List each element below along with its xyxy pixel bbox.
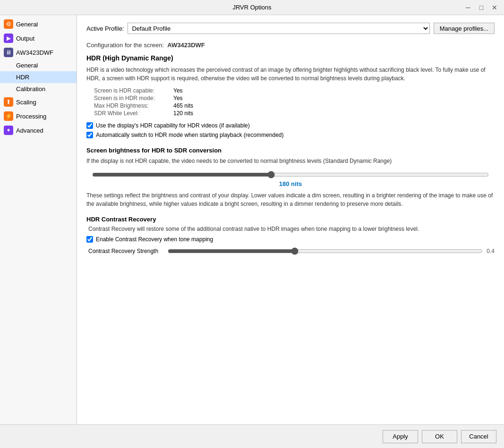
brightness-section: Screen brightness for HDR to SDR convers… (86, 147, 495, 208)
profile-label: Active Profile: (86, 25, 124, 32)
brightness-value-display: 180 nits (86, 180, 495, 187)
profile-select[interactable]: Default Profile (128, 23, 429, 34)
brightness-slider[interactable] (92, 171, 489, 178)
monitor-icon: 🖥 (4, 48, 13, 57)
brightness-unit: nits (291, 180, 302, 187)
info-row-2: Max HDR Brightness: 465 nits (94, 102, 495, 109)
contrast-recovery-title: HDR Contrast Recovery (86, 216, 495, 223)
contrast-recovery-section: HDR Contrast Recovery Contrast Recovery … (86, 216, 495, 255)
hdr-desc: HDR is a video technology which increase… (86, 66, 495, 83)
strength-label: Contrast Recovery Strength (88, 248, 164, 254)
sidebar-item-monitor[interactable]: 🖥 AW3423DWF (0, 45, 77, 59)
manage-profiles-button[interactable]: Manage profiles... (434, 23, 495, 34)
sidebar-label-output: Output (16, 35, 34, 42)
output-icon: ▶ (4, 34, 13, 43)
sidebar-sub-label-calibration: Calibration (16, 85, 45, 93)
strength-value: 0.4 (487, 248, 495, 254)
window-title: JRVR Options (42, 4, 462, 11)
info-row-0: Screen is HDR capable: Yes (94, 87, 495, 94)
hdr-capability-label: Use the display's HDR capability for HDR… (96, 122, 250, 129)
hdr-title: HDR (High Dynamic Range) (86, 54, 495, 62)
info-key-0: Screen is HDR capable: (94, 87, 170, 94)
content-area: Active Profile: Default Profile Manage p… (77, 15, 504, 424)
sidebar-label-general: General (16, 21, 38, 28)
bottom-bar: Apply OK Cancel (0, 424, 504, 448)
sidebar-sub-label-general: General (16, 62, 38, 69)
screen-info-table: Screen is HDR capable: Yes Screen is in … (94, 87, 495, 117)
minimize-button[interactable]: ─ (462, 2, 474, 13)
checkbox-row-1: Use the display's HDR capability for HDR… (86, 122, 495, 129)
info-row-3: SDR White Level: 120 nits (94, 110, 495, 117)
contrast-recovery-desc: Contrast Recovery will restore some of t… (88, 226, 495, 232)
enable-contrast-recovery-checkbox[interactable] (86, 236, 93, 243)
sidebar-sub-calibration[interactable]: Calibration (0, 83, 77, 95)
brightness-value: 180 (279, 180, 290, 187)
close-button[interactable]: ✕ (489, 2, 500, 13)
apply-button[interactable]: Apply (383, 430, 418, 443)
auto-switch-hdr-label: Automatically switch to HDR mode when st… (96, 132, 284, 138)
hdr-capability-checkbox[interactable] (86, 122, 93, 129)
checkbox-row-2: Automatically switch to HDR mode when st… (86, 132, 495, 138)
info-key-1: Screen is in HDR mode: (94, 95, 170, 101)
sidebar-label-processing: Processing (16, 113, 46, 120)
info-key-2: Max HDR Brightness: (94, 102, 170, 109)
config-screen-prefix: Configuration for the screen: (86, 42, 164, 49)
general-icon: ⚙ (4, 19, 13, 29)
config-screen: Configuration for the screen: AW3423DWF (86, 42, 495, 49)
auto-switch-hdr-checkbox[interactable] (86, 132, 93, 138)
sidebar-item-output[interactable]: ▶ Output (0, 31, 77, 45)
strength-row: Contrast Recovery Strength 0.4 (88, 247, 495, 255)
title-bar: JRVR Options ─ □ ✕ (0, 0, 504, 15)
info-val-3: 120 nits (173, 110, 193, 117)
checkbox-row-3: Enable Contrast Recovery when tone mappi… (86, 236, 495, 243)
info-val-0: Yes (173, 87, 183, 94)
sidebar-item-scaling[interactable]: ⬆ Scaling (0, 95, 77, 109)
brightness-note: These settings reflect the brightness an… (86, 191, 495, 208)
ok-button[interactable]: OK (422, 430, 457, 443)
sidebar-item-advanced[interactable]: ✦ Advanced (0, 123, 77, 137)
brightness-title: Screen brightness for HDR to SDR convers… (86, 147, 495, 154)
info-val-1: Yes (173, 95, 183, 101)
info-row-1: Screen is in HDR mode: Yes (94, 95, 495, 101)
brightness-slider-track (92, 170, 489, 179)
processing-icon: ⚡ (4, 111, 13, 121)
sidebar-sub-hdr[interactable]: HDR (0, 71, 77, 83)
sidebar-item-processing[interactable]: ⚡ Processing (0, 109, 77, 123)
strength-slider[interactable] (168, 247, 483, 255)
scaling-icon: ⬆ (4, 97, 13, 107)
sidebar-label-monitor: AW3423DWF (16, 49, 53, 56)
info-val-2: 465 nits (173, 102, 193, 109)
cancel-button[interactable]: Cancel (461, 430, 496, 443)
maximize-button[interactable]: □ (476, 2, 487, 13)
sidebar-sub-general[interactable]: General (0, 59, 77, 71)
main-container: ⚙ General ▶ Output 🖥 AW3423DWF General H… (0, 15, 504, 424)
enable-contrast-recovery-label: Enable Contrast Recovery when tone mappi… (96, 236, 213, 243)
brightness-slider-container: 180 nits (86, 170, 495, 187)
window-controls: ─ □ ✕ (462, 2, 500, 13)
sidebar: ⚙ General ▶ Output 🖥 AW3423DWF General H… (0, 15, 77, 424)
brightness-desc: If the display is not HDR capable, the v… (86, 157, 495, 165)
info-key-3: SDR White Level: (94, 110, 170, 117)
config-screen-name: AW3423DWF (167, 42, 205, 49)
sidebar-label-scaling: Scaling (16, 99, 36, 106)
profile-row: Active Profile: Default Profile Manage p… (86, 23, 495, 34)
advanced-icon: ✦ (4, 126, 13, 135)
sidebar-item-general[interactable]: ⚙ General (0, 17, 77, 31)
sidebar-sub-label-hdr: HDR (16, 74, 29, 81)
sidebar-label-advanced: Advanced (16, 127, 43, 134)
